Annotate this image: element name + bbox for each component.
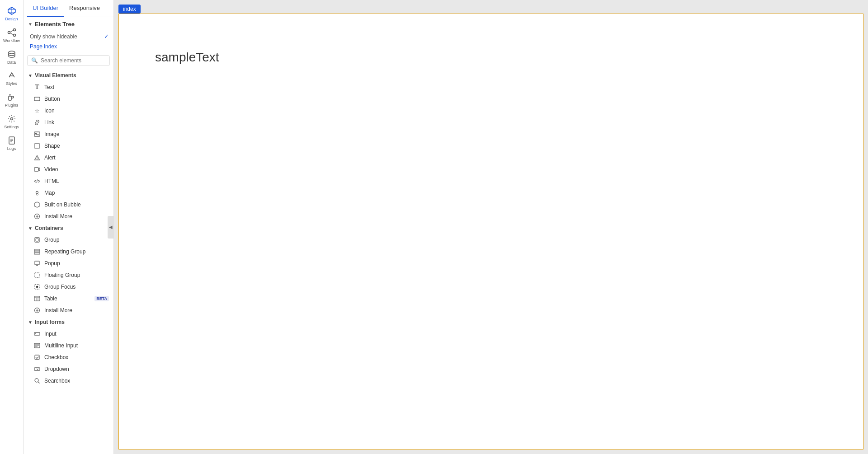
svg-rect-19 [34,97,40,101]
button-label: Button [44,96,60,102]
map-label: Map [44,190,55,196]
svg-line-8 [10,33,13,35]
svg-marker-27 [34,202,40,207]
design-label: Design [5,17,18,22]
group-icon [33,236,41,243]
install-more-visual-label: Install More [44,213,72,220]
built-on-bubble-icon [33,201,41,208]
text-label: Text [44,84,54,90]
element-shape[interactable]: Shape [24,140,113,152]
index-tab[interactable]: index [118,5,141,14]
svg-rect-42 [34,296,40,301]
icon-sidebar: Design Workflow Data [0,0,24,454]
elements-panel-wrapper: UI Builder Responsive ▼ Elements Tree On… [24,0,114,454]
dropdown-icon [33,365,41,373]
canvas-area: index sampleText [114,0,868,454]
styles-icon [7,71,16,80]
visual-elements-header[interactable]: ▼ Visual Elements [24,70,113,81]
plugins-icon [7,93,16,102]
alert-label: Alert [44,154,56,161]
sidebar-item-data[interactable]: Data [1,47,23,68]
elements-tree-chevron: ▼ [28,22,33,27]
hideable-label: Only show hideable [30,33,77,40]
element-floating-group[interactable]: Floating Group [24,269,113,281]
sidebar-item-settings[interactable]: Settings [1,112,23,132]
svg-rect-34 [34,251,40,253]
page-index-link[interactable]: Page index [24,42,113,53]
tab-responsive[interactable]: Responsive [64,0,105,17]
tab-ui-builder[interactable]: UI Builder [27,0,64,17]
input-forms-header[interactable]: ▼ Input forms [24,316,113,328]
dropdown-label: Dropdown [44,366,69,372]
video-label: Video [44,166,58,173]
element-popup[interactable]: Popup [24,257,113,269]
install-more-containers-icon [33,307,41,314]
element-text[interactable]: T Text [24,81,113,93]
sidebar-item-workflow[interactable]: Workflow [1,25,23,46]
element-repeating-group[interactable]: Repeating Group [24,246,113,257]
group-label: Group [44,237,59,243]
svg-point-4 [8,31,10,33]
containers-header[interactable]: ▼ Containers [24,222,113,234]
search-input[interactable] [41,57,108,64]
text-icon: T [33,84,41,91]
popup-icon [33,260,41,267]
input-forms-chevron: ▼ [28,320,33,325]
icon-icon: ☆ [33,107,41,114]
sidebar-item-logs[interactable]: Logs [1,133,23,154]
canvas-content[interactable]: sampleText [118,14,863,449]
element-button[interactable]: Button [24,93,113,105]
panel-collapse-handle[interactable]: ◀ [108,216,114,239]
plugins-label: Plugins [5,103,19,108]
svg-point-9 [9,51,15,54]
elements-panel: UI Builder Responsive ▼ Elements Tree On… [24,0,114,454]
svg-point-26 [36,192,38,194]
element-install-more-visual[interactable]: Install More [24,211,113,222]
svg-rect-32 [36,239,38,241]
svg-rect-55 [35,355,39,360]
html-icon: </> [33,178,41,185]
svg-point-41 [36,286,38,288]
svg-line-58 [38,382,40,384]
searchbox-label: Searchbox [44,378,70,384]
styles-label: Styles [6,81,17,86]
element-dropdown[interactable]: Dropdown [24,363,113,375]
containers-chevron: ▼ [28,226,33,231]
group-focus-icon [33,283,41,290]
search-box: 🔍 [27,55,110,66]
svg-rect-33 [34,249,40,251]
install-more-visual-icon [33,213,41,220]
element-group-focus[interactable]: Group Focus [24,281,113,293]
svg-rect-22 [35,144,39,148]
sidebar-item-styles[interactable]: Styles [1,68,23,89]
element-input[interactable]: Input [24,328,113,340]
element-group[interactable]: Group [24,234,113,246]
elements-tree-header[interactable]: ▼ Elements Tree [24,17,113,31]
element-video[interactable]: Video [24,164,113,175]
sidebar-item-plugins[interactable]: Plugins [1,90,23,111]
design-icon [7,6,16,15]
element-searchbox[interactable]: Searchbox [24,375,113,387]
searchbox-icon [33,377,41,384]
table-label: Table [44,295,57,302]
svg-rect-36 [35,261,39,265]
element-checkbox[interactable]: Checkbox [24,351,113,363]
element-image[interactable]: Image [24,128,113,140]
workflow-icon [7,28,16,37]
element-table[interactable]: Table BETA [24,293,113,304]
element-alert[interactable]: Alert [24,152,113,164]
checkbox-label: Checkbox [44,354,68,360]
element-html[interactable]: </> HTML [24,175,113,187]
table-icon [33,295,41,302]
svg-rect-11 [9,96,11,100]
element-install-more-containers[interactable]: Install More [24,304,113,316]
element-link[interactable]: Link [24,117,113,128]
element-icon[interactable]: ☆ Icon [24,105,113,117]
shape-label: Shape [44,143,60,149]
sidebar-item-design[interactable]: Design [1,4,23,24]
element-built-on-bubble[interactable]: Built on Bubble [24,199,113,211]
data-icon [7,50,16,59]
element-multiline-input[interactable]: Multiline Input [24,340,113,351]
link-icon [33,119,41,126]
element-map[interactable]: Map [24,187,113,199]
